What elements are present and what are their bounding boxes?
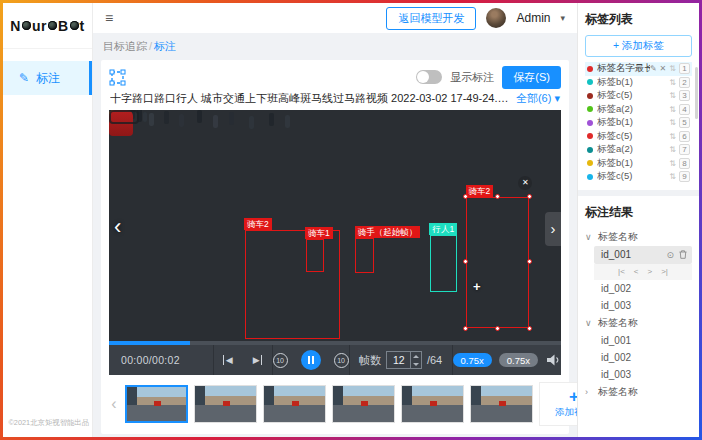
resize-handle[interactable] <box>495 326 500 331</box>
next-frame-button[interactable]: ▶ <box>253 355 262 365</box>
result-group-header[interactable]: ∨ 标签名称 <box>585 314 692 332</box>
bbox-pedestrian-1[interactable]: 行人1 <box>430 235 457 293</box>
shortcut-key-badge: 2 <box>679 77 690 88</box>
video-thumbnail[interactable] <box>263 385 326 423</box>
bbox-rider-startframe[interactable]: 骑手（起始帧） <box>355 238 374 273</box>
strip-prev-arrow[interactable]: ‹ <box>109 395 119 413</box>
add-tag-button[interactable]: + 添加标签 <box>585 35 692 57</box>
user-name[interactable]: Admin <box>516 11 550 25</box>
bbox-tool-icon[interactable] <box>109 69 126 86</box>
tag-name: 标签c(5) <box>597 170 669 183</box>
breadcrumb-separator: / <box>149 40 152 52</box>
next-frame-button[interactable]: > <box>648 267 653 276</box>
video-thumbnail[interactable] <box>401 385 464 423</box>
forward-10-button[interactable]: 10 <box>334 353 349 368</box>
result-item[interactable]: id_002 <box>585 349 692 366</box>
shortcut-key-badge: 7 <box>679 144 690 155</box>
delete-box-button[interactable]: ✕ <box>518 176 532 190</box>
step-down-icon[interactable] <box>411 360 421 368</box>
bbox-cyclist-2[interactable]: 骑车2 <box>245 230 340 339</box>
back-to-model-dev-button[interactable]: 返回模型开发 <box>386 7 476 30</box>
resize-handle[interactable] <box>463 194 468 199</box>
speed-pill-active[interactable]: 0.75x <box>453 353 492 367</box>
logo-eye-icon <box>22 21 31 30</box>
result-item[interactable]: id_002 <box>585 280 692 297</box>
frame-stepper[interactable] <box>410 352 421 368</box>
resize-handle[interactable] <box>527 259 532 264</box>
chevron-down-icon: ∨ <box>585 232 593 242</box>
time-display: 00:00/00:02 <box>109 354 213 366</box>
tag-row[interactable]: 标签a(2) ⇅4 <box>585 103 692 117</box>
volume-icon[interactable] <box>547 354 561 366</box>
shortcut-key-badge: 3 <box>679 90 690 101</box>
tag-name: 标签b(1) <box>597 116 669 129</box>
video-thumbnail[interactable] <box>194 385 257 423</box>
result-id: id_001 <box>601 335 631 346</box>
video-thumbnail[interactable] <box>332 385 395 423</box>
resize-handle[interactable] <box>527 194 532 199</box>
tag-row[interactable]: 标签b(1) ⇅8 <box>585 157 692 171</box>
logo-text: t <box>80 18 85 34</box>
resize-handle[interactable] <box>463 326 468 331</box>
edit-tag-icon[interactable]: ✎ <box>650 64 657 73</box>
logo-text: ur <box>32 18 47 34</box>
track-range-icon[interactable]: ⊙ <box>666 250 674 260</box>
show-annotations-toggle[interactable] <box>416 70 442 84</box>
tag-row[interactable]: 标签b(1) ⇅5 <box>585 116 692 130</box>
result-item[interactable]: id_003 <box>585 297 692 314</box>
user-avatar[interactable] <box>486 8 506 28</box>
next-video-arrow[interactable]: › <box>545 212 561 246</box>
result-item[interactable]: id_001 <box>585 332 692 349</box>
sidebar-item-annotate[interactable]: ✎ 标注 <box>3 61 92 95</box>
tag-color-dot <box>587 79 593 85</box>
shortcut-swap-icon: ⇅ <box>669 145 676 154</box>
breadcrumb-parent[interactable]: 目标追踪 <box>103 40 147 52</box>
step-up-icon[interactable] <box>411 352 421 360</box>
tag-color-dot <box>587 174 593 180</box>
chevron-right-icon: › <box>585 387 593 397</box>
prev-frame-button[interactable]: ◀ <box>223 355 232 365</box>
tag-row[interactable]: 标签c(5) ⇅3 <box>585 89 692 103</box>
brand-logo: NurBt <box>3 3 92 49</box>
collapse-menu-icon[interactable]: ≡ <box>105 10 113 26</box>
resize-handle[interactable] <box>463 259 468 264</box>
tag-row[interactable]: 标签b(1) ⇅2 <box>585 76 692 90</box>
result-item[interactable]: id_003 <box>585 366 692 383</box>
tag-row[interactable]: 标签a(2) ⇅7 <box>585 143 692 157</box>
prev-frame-button[interactable]: < <box>634 267 639 276</box>
prev-video-arrow[interactable]: ‹ <box>114 216 121 238</box>
resize-handle[interactable] <box>527 326 532 331</box>
chevron-down-icon: ∨ <box>585 318 593 328</box>
result-group-header[interactable]: ∨ 标签名称 <box>585 228 692 246</box>
video-filter-dropdown[interactable]: 全部(6) ▾ <box>516 91 560 106</box>
rewind-10-button[interactable]: 10 <box>273 353 288 368</box>
breadcrumb: 目标追踪/标注 <box>103 39 569 54</box>
last-frame-button[interactable]: >| <box>661 267 668 276</box>
first-frame-button[interactable]: |< <box>618 267 625 276</box>
resize-handle[interactable] <box>495 194 500 199</box>
tag-color-dot <box>587 106 593 112</box>
video-thumbnail-selected[interactable] <box>125 385 188 423</box>
pause-button[interactable] <box>301 350 321 370</box>
delete-tag-icon[interactable]: ✕ <box>660 64 667 73</box>
frame-number-input[interactable]: 12 <box>386 351 422 369</box>
bbox-label: 行人1 <box>429 223 457 235</box>
bbox-cyclist-1[interactable]: 骑车1 <box>306 239 324 271</box>
result-group-header[interactable]: › 标签名称 <box>585 383 692 401</box>
tag-name: 标签c(5) <box>597 130 669 143</box>
trash-icon[interactable] <box>679 250 687 259</box>
tag-row[interactable]: 标签名字最长数... ✎ ✕ ⇅ 1 <box>585 62 692 76</box>
bbox-label: 骑车2 <box>466 185 494 197</box>
bbox-selected[interactable]: 骑车2 ✕ + <box>466 197 529 329</box>
tag-name: 标签c(5) <box>597 89 669 102</box>
shortcut-swap-icon: ⇅ <box>669 64 676 73</box>
save-button[interactable]: 保存(S) <box>502 66 561 89</box>
tag-row[interactable]: 标签c(5) ⇅6 <box>585 130 692 144</box>
tag-color-dot <box>587 120 593 126</box>
video-thumbnail[interactable] <box>470 385 533 423</box>
scrollbar[interactable] <box>695 67 698 119</box>
speed-pill[interactable]: 0.75x <box>499 353 538 367</box>
video-player[interactable]: 骑车2 骑车1 骑手（起始帧） 行人1 骑车2 <box>109 110 561 341</box>
result-item-selected[interactable]: id_001 ⊙ <box>594 246 692 264</box>
tag-row[interactable]: 标签c(5) ⇅9 <box>585 170 692 184</box>
